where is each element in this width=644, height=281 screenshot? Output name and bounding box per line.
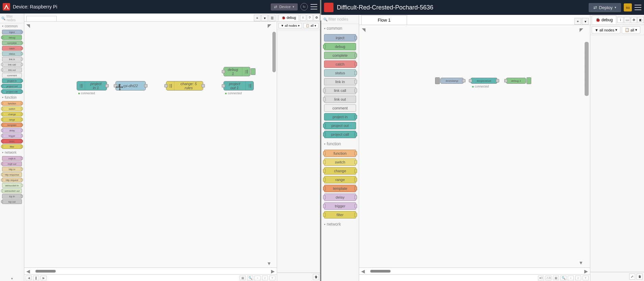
- palette-category[interactable]: common: [0, 23, 24, 29]
- zoom-in-icon[interactable]: +: [269, 276, 275, 280]
- flow-node-pout[interactable]: project out 1⇶connected: [223, 81, 254, 91]
- palette-node-mqtt-in[interactable]: mqtt in: [2, 156, 22, 161]
- palette-node-comment[interactable]: comment: [324, 104, 356, 112]
- palette-node-filter[interactable]: filter: [324, 211, 356, 219]
- footer-map-icon[interactable]: ▦: [553, 276, 559, 280]
- palette-node-link-in[interactable]: link in: [2, 57, 22, 61]
- flow-tab[interactable]: Flow 1: [361, 15, 407, 25]
- palette-node-exec[interactable]: exec: [2, 139, 22, 144]
- palette-filter[interactable]: 🔍 filter nodes: [0, 14, 24, 23]
- sidebar-clear-icon[interactable]: 🗑: [313, 274, 319, 280]
- palette-node-tcp-out[interactable]: tcp out: [2, 199, 22, 204]
- sidebar-help-icon[interactable]: ?: [307, 15, 313, 21]
- scroll-right-icon[interactable]: ▶: [584, 269, 588, 274]
- palette-category[interactable]: function: [321, 139, 359, 148]
- filter-all[interactable]: 📋 all ▾: [622, 26, 640, 33]
- footer-nav-prev[interactable]: ◀: [26, 276, 32, 280]
- sidebar-config-icon[interactable]: ⚙: [631, 17, 637, 23]
- palette-node-link-out[interactable]: link out: [2, 68, 22, 72]
- palette-node-status[interactable]: status: [2, 51, 22, 56]
- menu-icon[interactable]: [311, 4, 317, 9]
- palette-node-websocket-in[interactable]: websocket in: [2, 183, 22, 188]
- sidebar-context-icon[interactable]: ◧: [638, 17, 644, 23]
- zoom-in-icon[interactable]: +: [583, 276, 589, 280]
- zoom-out-icon[interactable]: −: [254, 276, 261, 280]
- scroll-right-icon[interactable]: ▶: [271, 269, 275, 274]
- debug-toggle-button[interactable]: [251, 68, 256, 75]
- tab-add-icon[interactable]: +: [574, 18, 581, 25]
- palette-category[interactable]: common: [321, 24, 359, 33]
- zoom-out-icon[interactable]: −: [568, 276, 574, 280]
- palette-node-range[interactable]: range: [2, 117, 22, 122]
- palette-category[interactable]: network: [0, 150, 24, 155]
- palette-node-http-response[interactable]: http response: [2, 172, 22, 177]
- deploy-button[interactable]: ⇄ Deploy ▾: [589, 3, 621, 12]
- palette-node-change[interactable]: change: [324, 167, 356, 175]
- horizontal-scrollbar[interactable]: [370, 270, 391, 273]
- footer-search-icon[interactable]: 🔍: [560, 276, 566, 280]
- palette-node-inject[interactable]: inject: [2, 30, 22, 34]
- sidebar-config-icon[interactable]: ⚙: [314, 15, 320, 21]
- tab-menu-icon[interactable]: ☰: [269, 15, 275, 21]
- palette-node-delay[interactable]: delay: [2, 128, 22, 133]
- palette-category[interactable]: function: [0, 95, 24, 100]
- footer-warn-icon[interactable]: ⚠0: [545, 276, 552, 280]
- flow-node-rpi[interactable]: rpi-dht22: [115, 81, 146, 91]
- horizontal-scrollbar[interactable]: [35, 270, 56, 273]
- palette-node-debug[interactable]: debug: [2, 35, 22, 40]
- palette-node-project-out[interactable]: project out: [2, 84, 22, 88]
- flow-node-chg[interactable]: ⇶change: 5 rules: [166, 81, 203, 91]
- palette-filter[interactable]: 🔍 filter nodes: [321, 15, 359, 24]
- palette-node-project-out[interactable]: project out: [324, 122, 356, 129]
- palette-node-switch[interactable]: switch: [324, 158, 356, 166]
- tab-list-icon[interactable]: ▾: [582, 18, 589, 25]
- palette-node-trigger[interactable]: trigger: [324, 202, 356, 210]
- palette-node-function[interactable]: function: [324, 150, 356, 157]
- flow-node-dbg2[interactable]: debug 1: [506, 78, 526, 84]
- scroll-left-icon[interactable]: ◀: [361, 269, 365, 274]
- palette-node-catch[interactable]: catch: [324, 60, 356, 68]
- output-port[interactable]: [105, 84, 109, 87]
- palette-node-project-in[interactable]: project in: [2, 78, 22, 83]
- palette-node-tcp-in[interactable]: tcp in: [2, 194, 22, 199]
- scroll-left-icon[interactable]: ◀: [26, 269, 30, 274]
- filter-all-nodes[interactable]: ▼ all nodes ▾: [278, 23, 302, 28]
- vertical-scrollbar[interactable]: [585, 42, 589, 96]
- footer-search-icon[interactable]: 🔍: [247, 276, 253, 280]
- input-port[interactable]: [114, 84, 117, 87]
- palette-node-change[interactable]: change: [2, 112, 22, 117]
- sidebar-info-icon[interactable]: i: [300, 15, 306, 21]
- tab-add-icon[interactable]: +: [254, 15, 261, 21]
- palette-category[interactable]: network: [321, 220, 359, 229]
- nav-up-right-icon[interactable]: ◤: [268, 23, 271, 28]
- palette-collapse[interactable]: ▾: [0, 276, 24, 281]
- palette-node-link-out[interactable]: link out: [324, 96, 356, 103]
- nav-down-right-icon[interactable]: ▼: [267, 261, 271, 266]
- input-port[interactable]: [469, 79, 472, 82]
- output-port[interactable]: [144, 84, 147, 87]
- input-port[interactable]: [222, 84, 225, 87]
- palette-node-http-in[interactable]: http in: [2, 167, 22, 172]
- input-port[interactable]: [504, 79, 508, 82]
- vertical-scrollbar[interactable]: [272, 32, 276, 72]
- palette-node-delay[interactable]: delay: [324, 194, 356, 201]
- palette-node-link-call[interactable]: link call: [324, 87, 356, 94]
- flow-node-pin[interactable]: ⇶project in 1connected: [77, 81, 107, 91]
- palette-node-status[interactable]: status: [324, 69, 356, 77]
- output-port[interactable]: [496, 79, 499, 82]
- nav-up-right-icon[interactable]: ◤: [580, 27, 583, 32]
- palette-node-trigger[interactable]: trigger: [2, 133, 22, 138]
- palette-node-inject[interactable]: inject: [324, 34, 356, 42]
- palette-node-template[interactable]: template: [324, 185, 356, 192]
- flow-node-ts[interactable]: timestamp: [440, 78, 464, 84]
- tab-list-icon[interactable]: ▾: [261, 15, 268, 21]
- debug-toggle-button[interactable]: [527, 77, 531, 84]
- inject-button[interactable]: [435, 77, 440, 84]
- footer-status-icon[interactable]: ●0: [538, 276, 544, 280]
- palette-node-debug[interactable]: debug: [324, 43, 356, 50]
- palette-node-websocket-out[interactable]: websocket out: [2, 188, 22, 193]
- palette-node-project-in[interactable]: project in: [324, 113, 356, 121]
- palette-node-range[interactable]: range: [324, 176, 356, 183]
- menu-icon[interactable]: [635, 5, 641, 10]
- output-port[interactable]: [202, 84, 205, 87]
